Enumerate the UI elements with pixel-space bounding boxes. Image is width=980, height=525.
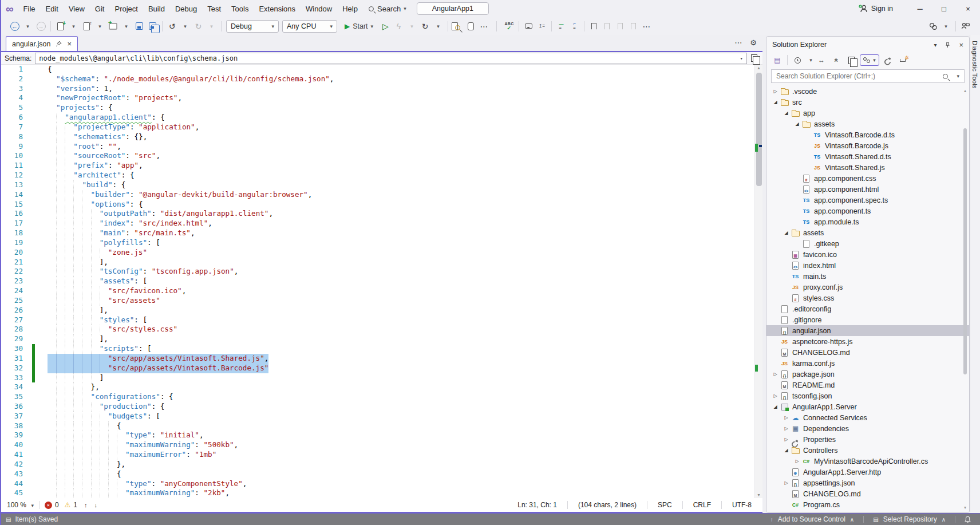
code-line-3[interactable]: 3"version": 1, bbox=[0, 84, 762, 94]
tree-item-angular-json[interactable]: {}angular.json bbox=[766, 325, 969, 336]
increase-indent-button[interactable]: ⌐≡ bbox=[568, 19, 581, 33]
code-line-36[interactable]: 36"production": { bbox=[0, 402, 762, 412]
close-button[interactable]: × bbox=[956, 5, 980, 13]
tree-item-properties[interactable]: ▷Properties bbox=[766, 434, 969, 445]
view-switcher-button[interactable]: ▾ bbox=[860, 54, 879, 66]
code-line-37[interactable]: 37"budgets": [ bbox=[0, 412, 762, 421]
open-file-button[interactable]: ↑ bbox=[80, 19, 93, 33]
code-line-41[interactable]: 41"maximumError": "1mb" bbox=[0, 450, 762, 460]
find-in-files-button[interactable] bbox=[451, 19, 464, 33]
code-line-39[interactable]: 39"type": "initial", bbox=[0, 431, 762, 440]
code-line-18[interactable]: 18"main": "src/main.ts", bbox=[0, 228, 762, 238]
pin-icon[interactable] bbox=[945, 42, 951, 48]
tree-item-angularapp1-server[interactable]: ◢AngularApp1.Server bbox=[766, 401, 969, 412]
tree-item--editorconfig[interactable]: .editorconfig bbox=[766, 303, 969, 314]
tree-item-app-component-spec-ts[interactable]: TSapp.component.spec.ts bbox=[766, 195, 969, 206]
filter-dropdown[interactable]: ▾ bbox=[806, 54, 813, 66]
code-line-8[interactable]: 8"schematics": {}, bbox=[0, 132, 762, 142]
scroll-down-arrow[interactable]: ▾ bbox=[755, 492, 762, 498]
menu-item-debug[interactable]: Debug bbox=[170, 5, 202, 13]
expander-expanded-icon[interactable]: ◢ bbox=[771, 100, 780, 105]
start-without-debugging-button[interactable]: ▷ bbox=[379, 19, 392, 33]
menu-item-edit[interactable]: Edit bbox=[41, 5, 64, 13]
code-line-42[interactable]: 42}, bbox=[0, 460, 762, 469]
expander-collapsed-icon[interactable]: ▷ bbox=[793, 459, 801, 464]
tree-item-src[interactable]: ◢src bbox=[766, 97, 969, 108]
expander-collapsed-icon[interactable]: ▷ bbox=[782, 480, 791, 485]
tree-item-vintasoft-shared-d-ts[interactable]: TSVintasoft.Shared.d.ts bbox=[766, 151, 969, 162]
code-line-26[interactable]: 26], bbox=[0, 306, 762, 315]
code-line-14[interactable]: 14"builder": "@angular-devkit/build-angu… bbox=[0, 190, 762, 200]
decrease-indent-button[interactable]: —≡ bbox=[555, 19, 568, 33]
tree-item-index-html[interactable]: <>index.html bbox=[766, 260, 969, 271]
tree-item-tsconfig-json[interactable]: ▷{}tsconfig.json bbox=[766, 390, 969, 401]
tree-item-app-component-html[interactable]: <>app.component.html bbox=[766, 184, 969, 195]
tree-item-changelog-md[interactable]: MCHANGELOG.md bbox=[766, 347, 969, 358]
code-line-38[interactable]: 38{ bbox=[0, 421, 762, 431]
code-line-40[interactable]: 40"maximumWarning": "500kb", bbox=[0, 440, 762, 450]
code-line-25[interactable]: 25"src/assets" bbox=[0, 296, 762, 306]
code-line-35[interactable]: 35"configurations": { bbox=[0, 392, 762, 402]
tree-item-assets[interactable]: ◢assets bbox=[766, 227, 969, 238]
code-line-17[interactable]: 17"index": "src/index.html", bbox=[0, 219, 762, 228]
send-feedback-button[interactable] bbox=[959, 19, 972, 33]
tree-item-angularapp1-server-http[interactable]: ⊕AngularApp1.Server.http bbox=[766, 467, 969, 477]
solution-platform-dropdown[interactable]: Any CPU▾ bbox=[282, 20, 337, 33]
previous-bookmark-button[interactable] bbox=[600, 19, 614, 33]
restart-button[interactable]: ↻ bbox=[418, 19, 432, 33]
pending-changes-filter-button[interactable] bbox=[791, 54, 804, 66]
code-line-32[interactable]: 32"src/app/assets/Vintasoft.Barcode.js" bbox=[0, 364, 762, 373]
pin-icon[interactable] bbox=[56, 41, 62, 47]
prev-issue-button[interactable]: ↑ bbox=[84, 502, 88, 508]
code-line-15[interactable]: 15"options": { bbox=[0, 200, 762, 210]
properties-button[interactable] bbox=[882, 54, 894, 66]
code-line-45[interactable]: 45"maximumWarning": "2kb", bbox=[0, 488, 762, 498]
search-input[interactable]: Search Solution Explorer (Ctrl+;) ▾ bbox=[771, 69, 965, 83]
navigate-forward-button[interactable]: → bbox=[34, 19, 48, 33]
close-panel-icon[interactable]: × bbox=[959, 41, 963, 49]
status-space-mode[interactable]: SPC bbox=[653, 501, 677, 509]
hot-reload-button[interactable]: ϟ bbox=[392, 19, 405, 33]
select-repository-button[interactable]: Select Repository bbox=[883, 515, 937, 523]
code-line-12[interactable]: 12"architect": { bbox=[0, 171, 762, 180]
code-line-23[interactable]: 23"assets": [ bbox=[0, 277, 762, 286]
editor-vertical-scrollbar[interactable]: ▴ ▾ bbox=[754, 65, 762, 498]
code-line-20[interactable]: 20"zone.js" bbox=[0, 248, 762, 258]
toggle-bookmark-button[interactable] bbox=[587, 19, 600, 33]
next-issue-button[interactable]: ↓ bbox=[94, 502, 98, 508]
tree-item-myvintasoftbarcodeapicontroller-cs[interactable]: ▷C#MyVintasoftBarcodeApiController.cs bbox=[766, 456, 969, 467]
editor-settings-gear-icon[interactable]: ⚙ bbox=[750, 38, 757, 47]
solution-explorer-header[interactable]: Solution Explorer ▾ × bbox=[766, 37, 969, 53]
start-debugging-button[interactable]: ▶ Start ▾ bbox=[339, 19, 379, 33]
code-line-16[interactable]: 16"outputPath": "dist/angularapp1.client… bbox=[0, 209, 762, 219]
code-line-24[interactable]: 24"src/favicon.ico", bbox=[0, 286, 762, 296]
tree-item--gitkeep[interactable]: .gitkeep bbox=[766, 238, 969, 249]
next-bookmark-button[interactable] bbox=[614, 19, 627, 33]
tree-item--vscode[interactable]: ▷.vscode bbox=[766, 86, 969, 97]
code-editor[interactable]: 1{2"$schema": "./node_modules/@angular/c… bbox=[0, 65, 762, 498]
tree-item-package-json[interactable]: ▷{}package.json bbox=[766, 369, 969, 380]
menu-item-file[interactable]: File bbox=[18, 5, 41, 13]
feature-search-button[interactable]: Search ▾ bbox=[369, 5, 406, 13]
tree-item-dependencies[interactable]: ▷▣Dependencies bbox=[766, 423, 969, 434]
tree-item-aspnetcore-https-js[interactable]: JSaspnetcore-https.js bbox=[766, 336, 969, 347]
navigate-back-dropdown[interactable]: ▾ bbox=[21, 19, 34, 33]
tree-item-appsettings-json[interactable]: ▷{}appsettings.json bbox=[766, 477, 969, 488]
code-line-11[interactable]: 11"prefix": "app", bbox=[0, 161, 762, 171]
collapse-all-button[interactable]: « bbox=[831, 54, 842, 66]
expander-expanded-icon[interactable]: ◢ bbox=[782, 110, 791, 116]
tree-item-proxy-conf-js[interactable]: JSproxy.conf.js bbox=[766, 282, 969, 293]
tree-item-styles-css[interactable]: #styles.css bbox=[766, 293, 969, 303]
code-line-29[interactable]: 29], bbox=[0, 334, 762, 344]
tree-item-app[interactable]: ◢app bbox=[766, 108, 969, 119]
expander-collapsed-icon[interactable]: ▷ bbox=[782, 426, 791, 431]
add-item-button[interactable]: + bbox=[106, 19, 120, 33]
code-line-28[interactable]: 28"src/styles.css" bbox=[0, 325, 762, 334]
code-line-2[interactable]: 2"$schema": "./node_modules/@angular/cli… bbox=[0, 74, 762, 84]
reload-schemas-icon[interactable] bbox=[751, 54, 757, 62]
preview-selected-items-button[interactable]: ✲ bbox=[896, 54, 909, 66]
maximize-button[interactable]: □ bbox=[932, 5, 956, 13]
save-button[interactable] bbox=[133, 19, 146, 33]
new-project-dropdown[interactable]: ▾ bbox=[67, 19, 80, 33]
code-line-4[interactable]: 4"newProjectRoot": "projects", bbox=[0, 93, 762, 103]
